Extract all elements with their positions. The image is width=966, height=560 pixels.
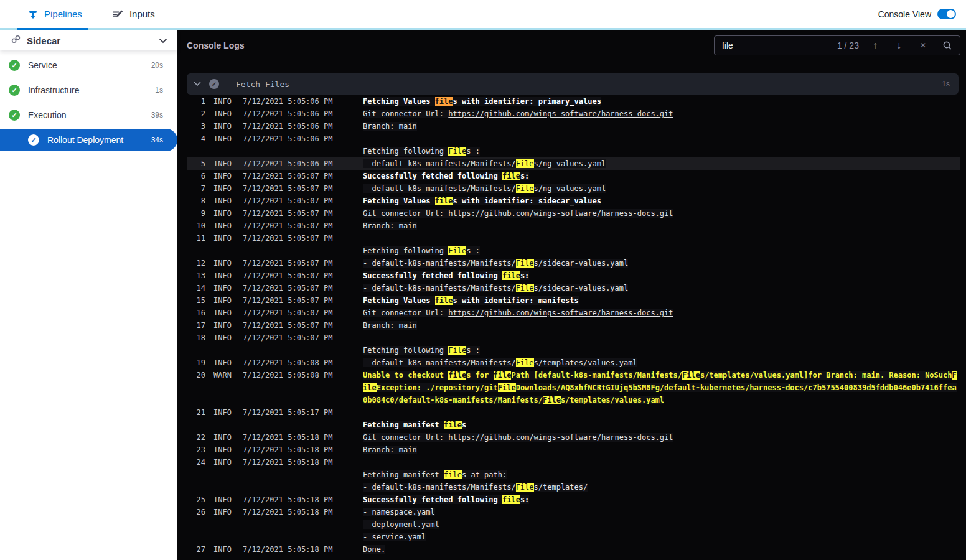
git-url-link[interactable]: https://github.com/wings-software/harnes…: [448, 309, 673, 317]
log-level: INFO: [205, 170, 243, 182]
log-row[interactable]: - default-k8s-manifests/Manifests/Files/…: [187, 481, 960, 493]
log-row[interactable]: 21INFO7/12/2021 5:05:17 PM: [187, 406, 960, 419]
log-text-segment: - default-k8s-manifests/Manifests/: [363, 284, 516, 292]
next-match-icon[interactable]: ↓: [896, 40, 901, 50]
sidebar-item-service[interactable]: ✓Service20s: [0, 53, 177, 78]
log-timestamp: 7/12/2021 5:05:07 PM: [243, 319, 363, 332]
log-row[interactable]: Fetching manifest files: [187, 419, 960, 431]
log-row[interactable]: 20WARN7/12/2021 5:05:08 PMUnable to chec…: [187, 369, 960, 381]
log-text-segment: Fetching following: [363, 147, 448, 156]
log-row[interactable]: 9INFO7/12/2021 5:05:07 PMGit connector U…: [187, 207, 960, 220]
chevron-down-icon[interactable]: [159, 38, 167, 44]
log-level: INFO: [205, 456, 243, 469]
log-message: Branch: main: [363, 444, 960, 456]
log-row[interactable]: 6INFO7/12/2021 5:05:07 PMSuccessfully fe…: [187, 170, 960, 182]
log-text-segment: s/templates/values.yaml]for Branch: main…: [700, 371, 952, 380]
log-text-segment: s :: [466, 147, 480, 156]
log-row[interactable]: 12INFO7/12/2021 5:05:07 PM- default-k8s-…: [187, 257, 960, 269]
log-line-number: [187, 531, 205, 543]
log-row[interactable]: - service.yaml: [187, 531, 960, 543]
tab-pipelines[interactable]: Pipelines: [28, 9, 82, 19]
console-view-toggle[interactable]: [937, 9, 956, 19]
clear-search-icon[interactable]: ✕: [920, 42, 926, 49]
log-message-text: - default-k8s-manifests/Manifests/Files/…: [363, 284, 628, 292]
log-row[interactable]: 1INFO7/12/2021 5:05:06 PMFetching Values…: [187, 95, 960, 108]
stage-header[interactable]: Sidecar: [0, 30, 177, 50]
log-row[interactable]: 11INFO7/12/2021 5:05:07 PM: [187, 232, 960, 245]
log-row[interactable]: 14INFO7/12/2021 5:05:07 PM- default-k8s-…: [187, 282, 960, 294]
sidebar-item-execution[interactable]: ✓Execution39s: [0, 103, 177, 128]
log-message: Fetching following Files :: [363, 344, 960, 357]
log-row[interactable]: 19INFO7/12/2021 5:05:08 PM- default-k8s-…: [187, 357, 960, 369]
log-timestamp: [243, 518, 363, 531]
log-line-number: 4: [187, 133, 205, 145]
log-level: [205, 145, 243, 157]
log-text-segment: Fetching Values: [363, 97, 435, 106]
git-url-link[interactable]: https://github.com/wings-software/harnes…: [448, 110, 673, 118]
success-check-icon: ✓: [9, 60, 20, 71]
log-row[interactable]: 7INFO7/12/2021 5:05:07 PM- default-k8s-m…: [187, 182, 960, 195]
log-row[interactable]: 2INFO7/12/2021 5:05:06 PMGit connector U…: [187, 108, 960, 120]
log-timestamp: 7/12/2021 5:05:18 PM: [243, 444, 363, 456]
log-row[interactable]: 26INFO7/12/2021 5:05:18 PM- namespace.ya…: [187, 506, 960, 518]
git-url-link[interactable]: https://github.com/wings-software/harnes…: [448, 433, 673, 442]
log-row[interactable]: 24INFO7/12/2021 5:05:18 PM: [187, 456, 960, 469]
log-message: Fetching Values files with identifier: m…: [363, 294, 960, 307]
nav-tabs: Pipelines Inputs: [0, 9, 155, 19]
log-row[interactable]: 13INFO7/12/2021 5:05:07 PMSuccessfully f…: [187, 269, 960, 282]
log-row[interactable]: 17INFO7/12/2021 5:05:07 PMBranch: main: [187, 319, 960, 332]
log-level: INFO: [205, 444, 243, 456]
log-row[interactable]: 22INFO7/12/2021 5:05:18 PMGit connector …: [187, 431, 960, 444]
log-text-segment: Fetching Values: [363, 296, 435, 305]
sidebar-item-rollout-deployment[interactable]: ✓Rollout Deployment34s: [0, 129, 177, 151]
log-row[interactable]: - deployment.yaml: [187, 518, 960, 531]
previous-match-icon[interactable]: ↑: [873, 40, 878, 50]
log-row[interactable]: 18INFO7/12/2021 5:05:07 PM: [187, 332, 960, 344]
top-navigation-bar: Pipelines Inputs Console View: [0, 0, 966, 28]
log-row[interactable]: 0b084c0/default-k8s-manifests/Manifests/…: [187, 394, 960, 406]
search-match-highlight: file: [502, 495, 520, 504]
log-line-number: 23: [187, 444, 205, 456]
log-text-segment: s with identifier: sidecar_values: [453, 197, 601, 205]
search-icon[interactable]: [942, 40, 952, 50]
log-row[interactable]: 27INFO7/12/2021 5:05:18 PMDone.: [187, 543, 960, 556]
stage-title: Sidecar: [27, 35, 60, 46]
log-row[interactable]: ileException: ./repository/gitFileDownlo…: [187, 381, 960, 394]
sidebar-item-infrastructure[interactable]: ✓Infrastructure1s: [0, 78, 177, 103]
log-text-segment: Fetching following: [363, 246, 448, 255]
log-level: INFO: [205, 307, 243, 319]
search-input[interactable]: [722, 40, 837, 50]
log-timestamp: 7/12/2021 5:05:18 PM: [243, 493, 363, 506]
log-row[interactable]: 10INFO7/12/2021 5:05:07 PMBranch: main: [187, 220, 960, 232]
log-level: INFO: [205, 108, 243, 120]
log-search-box[interactable]: 1 / 23 ↑ ↓ ✕: [714, 35, 960, 55]
log-row[interactable]: 23INFO7/12/2021 5:05:18 PMBranch: main: [187, 444, 960, 456]
log-row[interactable]: 15INFO7/12/2021 5:05:07 PMFetching Value…: [187, 294, 960, 307]
log-row[interactable]: 3INFO7/12/2021 5:05:06 PMBranch: main: [187, 120, 960, 133]
log-row[interactable]: 16INFO7/12/2021 5:05:07 PMGit connector …: [187, 307, 960, 319]
log-row[interactable]: Fetching following Files :: [187, 145, 960, 157]
log-row[interactable]: Fetching following Files :: [187, 245, 960, 257]
log-level: INFO: [205, 133, 243, 145]
log-row[interactable]: 8INFO7/12/2021 5:05:07 PMFetching Values…: [187, 195, 960, 207]
search-match-highlight: File: [682, 371, 700, 380]
git-url-link[interactable]: https://github.com/wings-software/harnes…: [448, 209, 673, 218]
log-row[interactable]: Fetching manifest files at path:: [187, 469, 960, 481]
log-text-segment: - deployment.yaml: [363, 520, 439, 529]
log-message-text: - default-k8s-manifests/Manifests/Files/…: [363, 159, 606, 168]
log-row[interactable]: Fetching following Files :: [187, 344, 960, 357]
log-row[interactable]: 25INFO7/12/2021 5:05:18 PMSuccessfully f…: [187, 493, 960, 506]
log-text-segment: s/ng-values.yaml: [534, 159, 606, 168]
log-message: Branch: main: [363, 120, 960, 133]
log-section-header[interactable]: ✓ Fetch Files 1s: [187, 73, 959, 95]
log-message: Git connector Url: https://github.com/wi…: [363, 307, 960, 319]
tab-inputs[interactable]: Inputs: [112, 9, 155, 19]
log-message-text: Branch: main: [363, 222, 417, 230]
section-collapse-icon[interactable]: [194, 82, 201, 86]
log-row[interactable]: 5INFO7/12/2021 5:05:06 PM- default-k8s-m…: [187, 157, 960, 170]
log-timestamp: [243, 381, 363, 394]
log-row[interactable]: 4INFO7/12/2021 5:05:06 PM: [187, 133, 960, 145]
log-text-segment: s/sidecar-values.yaml: [534, 284, 629, 292]
log-text-segment: Downloads/AQ8xhfNCRtGIUjq5bSM8Fg/default…: [516, 383, 957, 392]
log-line-number: 15: [187, 294, 205, 307]
